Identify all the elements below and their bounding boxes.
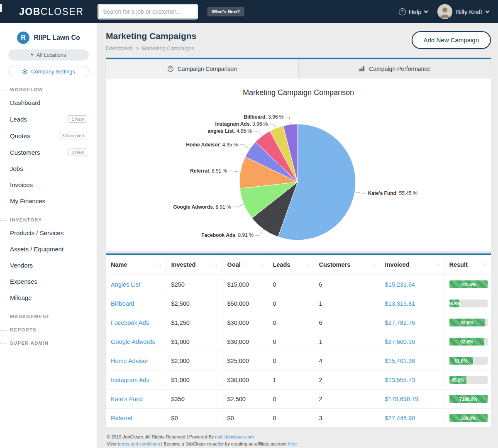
footer-text: View <box>107 441 118 446</box>
invoiced-link[interactable]: $27,445.90 <box>385 415 415 421</box>
invoiced-link[interactable]: $179,698.79 <box>385 396 419 402</box>
cell-result: 45.2% <box>444 370 491 390</box>
sidebar-item-label: Assets / Equipment <box>10 246 63 253</box>
column-header-invoiced[interactable]: ↑↓Invoiced <box>380 255 444 275</box>
sidebar-item-products-services[interactable]: Products / Services <box>0 225 97 241</box>
column-header-invested[interactable]: ↑↓Invested <box>166 255 222 275</box>
invoiced-link[interactable]: $15,231.64 <box>385 281 415 288</box>
cell-goal: $2,500 <box>222 390 268 409</box>
sidebar-section-management[interactable]: MANAGEMENT <box>0 314 97 319</box>
cell-invoiced: $27,782.76 <box>380 313 444 332</box>
sidebar-item-badge: 8 Accepted <box>59 132 87 139</box>
campaign-name-link[interactable]: Home Advisor <box>111 358 148 364</box>
sidebar-item-my-finances[interactable]: My Finances <box>0 193 97 209</box>
sidebar-item-mileage[interactable]: Mileage <box>0 290 97 306</box>
sidebar-sections: WORKFLOWDashboardLeads1 NewQuotes8 Accep… <box>0 87 97 346</box>
whats-new-button[interactable]: What's New? <box>207 7 244 17</box>
cell-goal: $30,000 <box>222 370 268 390</box>
sidebar-section-super-admin[interactable]: SUPER ADMIN <box>0 341 97 346</box>
sidebar-item-customers[interactable]: Customers3 New <box>0 144 97 161</box>
search-input[interactable] <box>98 5 197 19</box>
sidebar-item-label: Leads <box>10 116 27 123</box>
cell-customers: 2 <box>314 390 380 409</box>
column-header-leads[interactable]: ↑↓Leads <box>268 255 314 275</box>
breadcrumb-dashboard[interactable]: Dashboard <box>106 45 132 51</box>
add-new-campaign-button[interactable]: Add New Campaign <box>412 31 491 49</box>
table-row-kate-s-fund: Kate's Fund$350$2,50002$179,698.797188.0… <box>106 390 491 409</box>
campaign-name-link[interactable]: Instagram Ads <box>111 377 149 383</box>
invoiced-link[interactable]: $15,401.38 <box>385 358 415 364</box>
table-row-billboard: Billboard$2,500$50,00001$13,315.8126.6% <box>106 294 491 313</box>
page-body: R RIIPL Lawn Co All Locations Company Se… <box>0 23 498 448</box>
campaign-name-link[interactable]: Billboard <box>111 300 134 307</box>
campaign-name-link[interactable]: Referral <box>111 415 132 421</box>
clock-icon <box>167 66 174 72</box>
sidebar-section-workflow[interactable]: WORKFLOW <box>0 87 97 92</box>
sidebar-item-assets-equipment[interactable]: Assets / Equipment <box>0 241 97 257</box>
sidebar-item-vendors[interactable]: Vendors <box>0 257 97 273</box>
cell-name: Billboard <box>106 294 166 313</box>
sidebar-section-reports[interactable]: REPORTS <box>0 327 97 332</box>
company-header[interactable]: R RIIPL Lawn Co <box>0 23 97 44</box>
help-menu[interactable]: ? Help <box>399 8 427 15</box>
column-header-result[interactable]: ↑↓Result <box>444 255 491 275</box>
pie-label: Facebook Ads: 8.91 % <box>201 232 254 238</box>
sidebar-item-quotes[interactable]: Quotes8 Accepted <box>0 127 97 144</box>
result-progress-fill: 45.2% <box>449 376 467 384</box>
footer: © 2019 JobCloser. All Rights Reserved | … <box>106 428 491 448</box>
campaign-name-link[interactable]: Google Adwords <box>111 338 155 345</box>
footer-link-jobcloser[interactable]: jobcloser.com <box>226 434 254 439</box>
column-header-customers[interactable]: ↑↓Customers <box>314 255 380 275</box>
table-body: Angies List$250$15,00006$15,231.64101.5%… <box>106 275 491 428</box>
app-logo[interactable]: JOBCLOSER <box>19 6 98 17</box>
company-settings-button[interactable]: Company Settings <box>8 66 89 77</box>
pie-label-connector <box>255 229 264 236</box>
sort-icon: ↑↓ <box>159 262 161 267</box>
cell-customers: 1 <box>314 332 380 351</box>
result-progress-fill: 7188.0% <box>449 395 488 403</box>
user-name: Billy Kraft <box>456 8 482 15</box>
user-menu[interactable]: Billy Kraft <box>437 4 489 19</box>
footer-link-here[interactable]: here <box>288 441 297 446</box>
pie-label: Billboard: 3.96 % <box>244 114 283 120</box>
cell-goal: $15,000 <box>222 275 268 294</box>
cell-invoiced: $27,600.16 <box>380 332 444 351</box>
cell-invested: $2,000 <box>166 351 222 370</box>
sidebar-item-leads[interactable]: Leads1 New <box>0 111 97 127</box>
invoiced-link[interactable]: $27,782.76 <box>385 319 415 326</box>
sidebar-section-inventory[interactable]: INVENTORY <box>0 217 97 222</box>
result-progress-track: 26.6% <box>449 299 488 307</box>
column-header-name[interactable]: ↑↓Name <box>106 255 166 275</box>
sort-icon: ↑↓ <box>306 262 309 267</box>
column-header-goal[interactable]: ↑↓Goal <box>222 255 268 275</box>
footer-link-riipl[interactable]: riipl <box>215 434 222 439</box>
sidebar-item-expenses[interactable]: Expenses <box>0 273 97 290</box>
invoiced-link[interactable]: $27,600.16 <box>385 338 415 345</box>
gear-icon <box>22 69 28 75</box>
sidebar-item-dashboard[interactable]: Dashboard <box>0 95 97 111</box>
cell-name: Google Adwords <box>106 332 166 351</box>
campaign-name-link[interactable]: Facebook Ads <box>111 319 149 326</box>
sidebar-item-label: Vendors <box>10 262 33 269</box>
sidebar-item-label: Jobs <box>10 165 23 172</box>
campaign-name-link[interactable]: Kate's Fund <box>111 396 143 402</box>
main-content: Marketing Campaigns Dashboard Marketing … <box>98 23 498 448</box>
sidebar-item-label: Quotes <box>10 132 30 139</box>
cell-invested: $350 <box>166 390 222 409</box>
column-label: Invoiced <box>385 261 410 268</box>
invoiced-link[interactable]: $13,555.73 <box>385 377 415 383</box>
tab-campaign-performance[interactable]: Campaign Performance <box>298 59 491 78</box>
result-progress-fill: 92.0% <box>449 338 485 346</box>
all-locations-dropdown[interactable]: All Locations <box>8 49 89 61</box>
campaign-name-link[interactable]: Angies List <box>111 281 140 288</box>
invoiced-link[interactable]: $13,315.81 <box>385 300 415 307</box>
sort-icon: ↑↓ <box>483 262 486 267</box>
chevron-right-icon <box>136 47 139 50</box>
sidebar-item-invoices[interactable]: Invoices <box>0 177 97 193</box>
sidebar-item-jobs[interactable]: Jobs <box>0 161 97 177</box>
footer-link-terms[interactable]: terms and conditions <box>118 441 160 446</box>
tab-campaign-comparison[interactable]: Campaign Comparison <box>106 59 298 78</box>
cell-leads: 0 <box>268 351 314 370</box>
cell-leads: 0 <box>268 313 314 332</box>
cell-result: 92.0% <box>444 332 491 351</box>
